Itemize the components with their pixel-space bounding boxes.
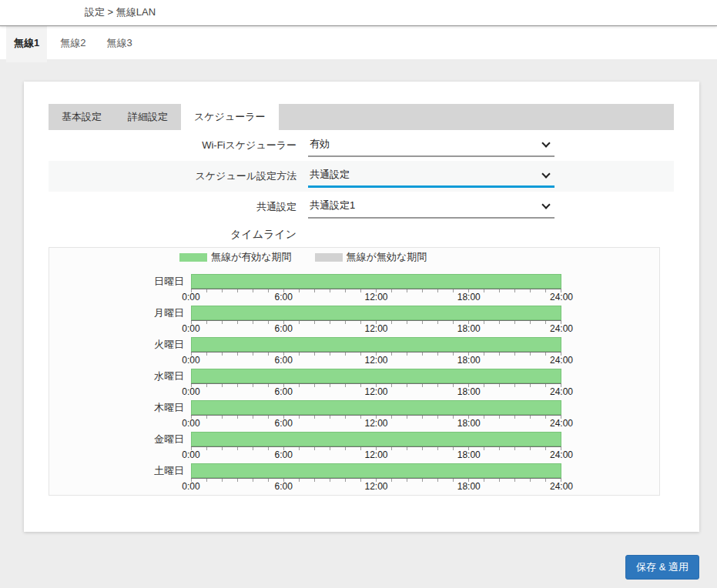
time-label: 18:00: [457, 323, 481, 334]
time-label: 6:00: [275, 355, 293, 366]
timeline-day-row: 土曜日0:006:0012:0018:0024:00: [49, 463, 659, 492]
time-label: 12:00: [364, 386, 387, 397]
time-label: 0:00: [182, 355, 199, 366]
time-label: 0:00: [182, 449, 199, 460]
time-label: 12:00: [364, 355, 387, 366]
day-chart: 0:006:0012:0018:0024:00: [191, 463, 561, 492]
time-label: 6:00: [275, 418, 293, 429]
common-setting-value: 共通設定1: [308, 195, 555, 215]
timeline-legend: 無線が有効な期間無線が無効な期間: [179, 252, 659, 262]
timeline-day-row: 木曜日0:006:0012:0018:0024:00: [49, 400, 659, 429]
top-header: 設定 > 無線LAN: [0, 0, 717, 26]
common-setting-select[interactable]: 共通設定1: [308, 195, 555, 219]
radio-tab-2[interactable]: 無線2: [52, 26, 93, 59]
time-label: 12:00: [364, 323, 387, 334]
day-label: 金曜日: [49, 432, 191, 460]
time-label: 12:00: [364, 418, 387, 429]
time-label: 18:00: [457, 292, 481, 302]
time-label: 18:00: [457, 418, 481, 429]
scheduler-tab-1[interactable]: 基本設定: [49, 104, 115, 130]
radio-tab-3[interactable]: 無線3: [99, 26, 139, 59]
scheduler-tabbar: 基本設定詳細設定スケジューラー: [49, 104, 674, 130]
scheduler-tab-2[interactable]: 詳細設定: [115, 104, 181, 130]
schedule-method-row: スケジュール設定方法共通設定: [49, 161, 674, 192]
schedule-method-label: スケジュール設定方法: [49, 169, 297, 183]
schedule-bar: [191, 306, 561, 320]
legend-label-enabled: 無線が有効な期間: [211, 250, 292, 264]
time-label: 12:00: [364, 292, 387, 302]
timeline-title-row: タイムライン: [49, 222, 674, 247]
time-label: 12:00: [364, 481, 387, 492]
time-axis-labels: 0:006:0012:0018:0024:00: [191, 450, 561, 460]
day-label: 土曜日: [49, 463, 191, 492]
day-label: 木曜日: [49, 400, 191, 429]
breadcrumb[interactable]: 設定 > 無線LAN: [85, 0, 717, 25]
time-label: 6:00: [275, 449, 293, 460]
wifi-scheduler-row: Wi-Fiスケジューラー有効: [49, 130, 674, 161]
time-axis-labels: 0:006:0012:0018:0024:00: [191, 387, 561, 397]
timeline-days: 日曜日0:006:0012:0018:0024:00月曜日0:006:0012:…: [49, 274, 659, 492]
day-chart: 0:006:0012:0018:0024:00: [191, 337, 561, 366]
time-label: 18:00: [457, 481, 481, 492]
day-chart: 0:006:0012:0018:0024:00: [191, 432, 561, 460]
time-label: 0:00: [182, 386, 199, 397]
time-axis-labels: 0:006:0012:0018:0024:00: [191, 356, 561, 366]
legend-swatch-enabled: [179, 253, 207, 262]
time-label: 18:00: [457, 449, 481, 460]
time-label: 6:00: [275, 386, 293, 397]
schedule-segment-enabled: [192, 369, 561, 383]
day-chart: 0:006:0012:0018:0024:00: [191, 306, 561, 334]
wifi-scheduler-value: 有効: [308, 134, 555, 153]
save-apply-button[interactable]: 保存 & 適用: [625, 555, 699, 580]
wifi-scheduler-select[interactable]: 有効: [308, 134, 555, 157]
settings-card: 基本設定詳細設定スケジューラー Wi-Fiスケジューラー有効スケジュール設定方法…: [24, 82, 699, 532]
time-label: 0:00: [182, 323, 199, 334]
legend-swatch-disabled: [315, 253, 343, 262]
schedule-method-select[interactable]: 共通設定: [308, 165, 555, 188]
day-label: 水曜日: [49, 369, 191, 397]
schedule-method-value: 共通設定: [308, 165, 555, 184]
time-label: 6:00: [275, 481, 293, 492]
timeline-day-row: 水曜日0:006:0012:0018:0024:00: [49, 369, 659, 397]
time-label: 6:00: [275, 292, 293, 302]
schedule-segment-enabled: [192, 401, 561, 414]
schedule-bar: [191, 463, 561, 478]
day-label: 月曜日: [49, 306, 191, 334]
time-label: 0:00: [182, 418, 199, 429]
time-axis-labels: 0:006:0012:0018:0024:00: [191, 292, 561, 302]
time-label: 24:00: [550, 481, 573, 492]
schedule-bar: [191, 400, 561, 415]
time-label: 24:00: [550, 323, 573, 334]
schedule-bar: [191, 369, 561, 383]
schedule-segment-enabled: [192, 464, 561, 477]
scheduler-tab-3[interactable]: スケジューラー: [181, 104, 279, 130]
time-label: 24:00: [550, 386, 573, 397]
time-label: 24:00: [550, 355, 573, 366]
common-setting-row: 共通設定共通設定1: [49, 192, 674, 222]
time-label: 6:00: [275, 323, 293, 334]
radio-tab-1[interactable]: 無線1: [6, 26, 47, 62]
time-axis-labels: 0:006:0012:0018:0024:00: [191, 482, 561, 492]
radio-tabbar: 無線1無線2無線3: [0, 26, 717, 59]
time-axis-labels: 0:006:0012:0018:0024:00: [191, 324, 561, 334]
schedule-bar: [191, 337, 561, 352]
day-chart: 0:006:0012:0018:0024:00: [191, 274, 561, 302]
timeline-day-row: 日曜日0:006:0012:0018:0024:00: [49, 274, 659, 302]
day-chart: 0:006:0012:0018:0024:00: [191, 400, 561, 429]
common-setting-label: 共通設定: [49, 200, 297, 214]
day-label: 火曜日: [49, 337, 191, 366]
day-chart: 0:006:0012:0018:0024:00: [191, 369, 561, 397]
time-label: 24:00: [550, 418, 573, 429]
timeline-title: タイムライン: [49, 228, 297, 242]
wifi-scheduler-label: Wi-Fiスケジューラー: [49, 139, 297, 152]
schedule-segment-enabled: [192, 338, 561, 351]
schedule-bar: [191, 274, 561, 289]
schedule-segment-enabled: [192, 433, 561, 446]
time-label: 24:00: [550, 292, 573, 302]
timeline-day-row: 火曜日0:006:0012:0018:0024:00: [49, 337, 659, 366]
time-label: 18:00: [457, 386, 481, 397]
timeline-day-row: 金曜日0:006:0012:0018:0024:00: [49, 432, 659, 460]
time-label: 12:00: [364, 449, 387, 460]
schedule-segment-enabled: [192, 306, 561, 319]
time-label: 24:00: [550, 449, 573, 460]
